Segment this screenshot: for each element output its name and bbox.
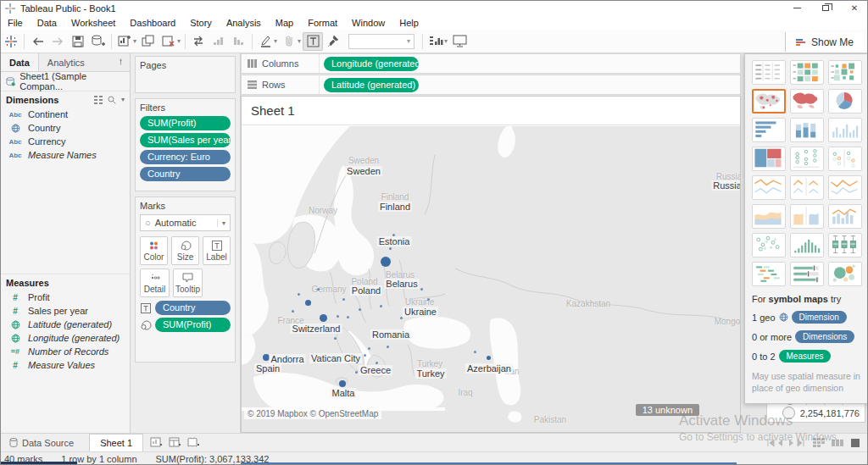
sheet-tab-active[interactable]: Sheet 1 [89,434,143,451]
showme-horizontal-bars[interactable] [752,118,786,142]
show-sheet-sorter-icon[interactable] [813,438,825,448]
measure-profit[interactable]: #Profit [1,291,130,304]
menu-window[interactable]: Window [352,18,385,28]
showme-heat-map[interactable] [828,60,862,85]
dimension-country[interactable]: Country [1,121,130,135]
marks-card[interactable]: Marks ○ Automatic ▾ ColorSizeLabel Detai… [135,197,236,363]
show-me-button[interactable]: Show Me [785,32,864,52]
showme-packed-bubbles[interactable] [828,262,862,286]
group-members-button-caret[interactable]: ▾ [298,37,301,45]
map-mark[interactable] [387,346,389,348]
presentation-mode-button[interactable] [449,32,470,51]
map-mark[interactable] [320,314,327,322]
show-mark-labels-button[interactable] [303,32,323,51]
map-mark[interactable] [420,288,423,291]
view-grid-icon[interactable] [94,96,103,104]
map-mark[interactable] [337,315,339,318]
map-mark[interactable] [298,293,300,296]
menu-format[interactable]: Format [308,18,337,28]
redo-button[interactable] [47,32,68,51]
marks-tooltip-button[interactable]: Tooltip [173,268,203,297]
showme-dual-combination[interactable] [828,204,862,229]
showme-area-continuous[interactable] [752,204,786,229]
show-hide-cards-button-caret[interactable]: ▾ [444,37,448,45]
map-mark[interactable] [474,351,476,353]
showme-lines-continuous[interactable] [752,175,786,200]
map-mark[interactable] [342,298,345,301]
pill-sum-profit-[interactable]: SUM(Profit) [140,116,231,130]
showme-treemap[interactable] [752,147,786,171]
pane-pin-icon[interactable] [117,53,130,71]
measure-latitude-generated-[interactable]: Latitude (generated) [1,318,130,331]
save-button[interactable] [68,32,88,51]
map-mark[interactable] [372,334,375,336]
pages-shelf[interactable]: Pages [135,56,236,93]
map-mark[interactable] [355,371,358,374]
map-mark[interactable] [347,316,349,318]
tab-data[interactable]: Data [1,53,39,71]
marks-size-button[interactable]: Size [171,236,199,265]
columns-shelf[interactable]: Columns Longitude (generated) [241,53,741,74]
map-mark[interactable] [317,288,320,291]
tab-navigation-arrows[interactable] [767,439,806,447]
showme-box-and-whisker[interactable] [828,233,862,257]
dimensions-menu-caret[interactable]: ▾ [121,96,125,103]
showme-dual-lines[interactable] [828,175,862,200]
measure-longitude-generated-[interactable]: Longitude (generated) [1,331,130,345]
map-mark[interactable] [368,347,370,350]
group-members-button[interactable] [279,32,299,51]
show-tabs-icon[interactable] [850,438,860,448]
tab-analytics[interactable]: Analytics [39,53,93,71]
pill-country[interactable]: Country [155,301,231,315]
swap-axes-button[interactable] [188,32,209,51]
map-mark[interactable] [263,354,270,361]
menu-analysis[interactable]: Analysis [226,18,261,28]
clear-sheet-button-caret[interactable]: ▾ [177,37,181,45]
dimension-measure-names[interactable]: AbcMeasure Names [1,148,130,162]
close-button[interactable]: ✕ [840,1,868,15]
measure-number-of-records[interactable]: =#Number of Records [1,345,130,358]
map-mark[interactable] [339,380,346,387]
map-view[interactable]: SwedenNorwayFinlandPolandBelarusGermanyF… [242,126,740,432]
menu-dashboard[interactable]: Dashboard [130,18,175,28]
map-mark[interactable] [427,298,430,301]
pill-currency-euro[interactable]: Currency: Euro [140,150,231,164]
map-mark[interactable] [487,356,491,360]
map-mark[interactable] [359,308,361,311]
showme-circle-views[interactable] [790,147,824,171]
marks-label-button[interactable]: Label [203,236,231,265]
data-source-tab[interactable]: Data Source [1,434,82,451]
pill-country[interactable]: Country [140,167,231,181]
undo-button[interactable] [27,32,47,51]
menu-help[interactable]: Help [399,18,419,28]
restore-button[interactable] [811,1,840,15]
showme-histogram[interactable] [790,233,824,257]
new-worksheet-button[interactable] [150,437,164,449]
fix-axes-button[interactable] [323,32,343,51]
showme-pie-chart[interactable] [828,89,862,113]
new-worksheet-button[interactable] [114,32,135,51]
map-mark[interactable] [380,305,382,307]
highlight-button[interactable] [255,32,275,51]
map-mark[interactable] [376,362,378,364]
fit-selector[interactable]: ▾ [348,34,415,49]
showme-filled-map[interactable] [790,89,824,113]
showme-stacked-bars[interactable] [790,118,824,142]
measure-measure-values[interactable]: #Measure Values [1,358,130,372]
new-story-button[interactable] [187,437,201,449]
new-dashboard-button[interactable] [169,437,182,449]
pill-latitude-generated-[interactable]: Latitude (generated) [324,78,419,92]
pill-longitude-generated-[interactable]: Longitude (generated) [324,57,419,71]
search-icon[interactable] [108,96,116,104]
showme-gantt[interactable] [752,262,786,286]
tableau-logo-icon[interactable] [1,32,21,51]
sort-ascending-button[interactable] [209,32,229,51]
map-mark[interactable] [361,291,364,293]
rows-shelf[interactable]: Rows Latitude (generated) [241,75,741,95]
show-filmstrip-icon[interactable] [832,438,843,448]
sort-descending-button[interactable] [229,32,249,51]
showme-scatter-plot[interactable] [752,233,786,257]
map-mark[interactable] [389,247,392,250]
minimize-button[interactable] [782,1,811,15]
new-data-source-button[interactable] [88,32,108,51]
